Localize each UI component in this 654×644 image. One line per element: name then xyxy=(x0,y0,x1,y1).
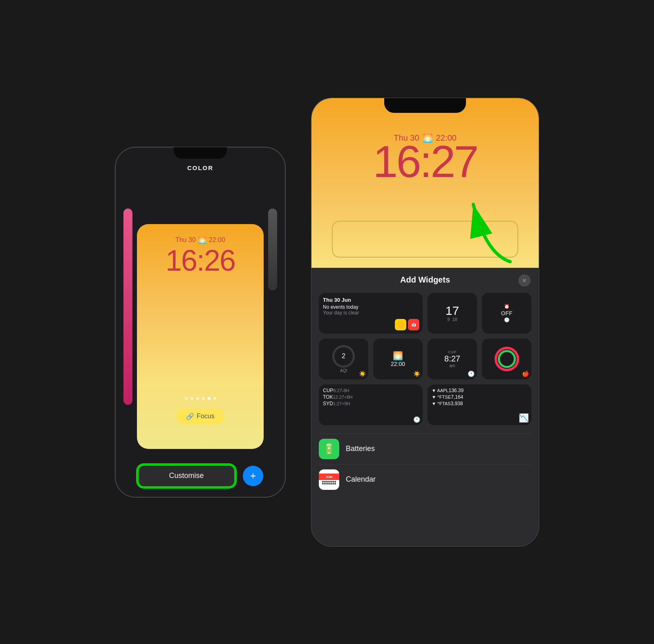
app-item-batteries[interactable]: 🔋 Batteries xyxy=(319,433,531,464)
wallpaper-card[interactable]: Thu 30 🌅 22:00 16:26 🔗 Focus xyxy=(137,224,264,449)
sunset-time: 22:00 xyxy=(391,361,405,367)
panel-close-button[interactable]: ✕ xyxy=(518,274,531,287)
panel-header: Add Widgets ✕ xyxy=(311,268,539,289)
notch-left xyxy=(174,147,227,159)
widget-grid: Thu 30 Jun No events today Your day is c… xyxy=(311,289,539,429)
calendar-date: Thu 30 Jun xyxy=(323,297,351,303)
weather-icon: ☀️ xyxy=(395,319,406,330)
wallpaper-container: Thu 30 🌅 22:00 16:26 🔗 Focus xyxy=(115,176,285,497)
notch-right xyxy=(384,98,466,113)
calendar-clear: Your day is clear xyxy=(323,310,359,316)
stocks-clock-icon: 🕐 xyxy=(413,416,420,423)
cup-clock-icon: 🕐 xyxy=(468,370,475,377)
panel-title: Add Widgets xyxy=(400,275,450,285)
stock-row-tok: TOK 12:27 +8H xyxy=(323,394,352,400)
focus-button[interactable]: 🔗 Focus xyxy=(176,408,224,424)
stock-ftse: ▼ ^FTSE 7,164 xyxy=(432,394,463,400)
sunset-icon: 🌅 xyxy=(393,351,403,361)
widget-aqi[interactable]: 2 AQI ☀️ xyxy=(319,339,368,379)
dot-6 xyxy=(213,397,216,400)
dot-2 xyxy=(190,397,193,400)
widget-activity[interactable]: 🍎 xyxy=(482,339,531,379)
focus-icon: 🔗 xyxy=(186,413,194,420)
widget-cup-time[interactable]: CUP 8:27 am 🕐 xyxy=(428,339,477,379)
stock-row-cup: CUP 8:27 -8H xyxy=(323,388,349,393)
clock-number: 17 xyxy=(446,305,459,317)
calendar-no-events: No events today xyxy=(323,304,358,310)
batteries-icon: 🔋 xyxy=(319,439,339,459)
side-button-right-left xyxy=(285,221,286,249)
off-text: ⏰ OFF 🕐 xyxy=(501,304,513,323)
color-label: COLOR xyxy=(187,164,213,171)
left-phone: COLOR Thu 30 🌅 22:00 16:26 🔗 Focus xyxy=(114,146,286,498)
aqi-weather-icon: ☀️ xyxy=(359,370,366,377)
stock-ftas: ▼ ^FTAS 3,938 xyxy=(432,401,463,406)
add-widgets-panel: Add Widgets ✕ Thu 30 Jun No events today… xyxy=(311,268,539,546)
dot-1 xyxy=(185,397,188,400)
aqi-ring: 2 xyxy=(332,345,355,368)
wallpaper-time: 16:26 xyxy=(166,246,235,275)
sunset-weather-icon: ☀️ xyxy=(413,370,420,377)
dot-3 xyxy=(196,397,199,400)
customise-button[interactable]: Customise xyxy=(137,464,235,487)
lock-time-right: 16:27 xyxy=(373,139,477,184)
widget-stocks-right[interactable]: ▼ AAPL 136.39 ▼ ^FTSE 7,164 ▼ ^FTAS 3,93… xyxy=(428,384,531,425)
side-btn-r xyxy=(539,188,540,225)
wallpaper-date: Thu 30 🌅 22:00 xyxy=(175,236,225,244)
widget-clock[interactable]: 17 9 18 xyxy=(428,293,477,334)
app-item-calendar[interactable]: JUN Calendar xyxy=(319,464,531,495)
app-list: 🔋 Batteries JUN Calendar xyxy=(311,429,539,499)
activity-ring-mid xyxy=(498,350,516,368)
calendar-label: Calendar xyxy=(346,475,376,484)
activity-rings xyxy=(495,347,519,371)
gray-bar xyxy=(268,209,277,290)
stock-row-syd: SYD 1:27 +9H xyxy=(323,401,350,406)
widget-placeholder[interactable] xyxy=(332,221,518,258)
activity-apple-icon: 🍎 xyxy=(522,370,529,377)
stock-chart-icon: 📉 xyxy=(519,413,529,423)
calendar-icon: 📅 xyxy=(408,319,419,330)
widget-calendar[interactable]: Thu 30 Jun No events today Your day is c… xyxy=(319,293,423,334)
right-phone: Thu 30 🌅 22:00 16:27 Add Widgets ✕ xyxy=(311,97,540,547)
plus-button[interactable]: + xyxy=(243,466,263,486)
pagination-dots xyxy=(185,397,216,400)
pink-bar xyxy=(123,209,132,405)
sunrise-icon: 🌅 xyxy=(198,236,206,244)
widget-sunset[interactable]: 🌅 22:00 ☀️ xyxy=(373,339,423,379)
batteries-label: Batteries xyxy=(346,444,375,453)
dot-5-active xyxy=(208,397,211,400)
bottom-bar: Customise + xyxy=(115,464,285,487)
widget-off[interactable]: ⏰ OFF 🕐 xyxy=(482,293,531,334)
stock-aapl: ▼ AAPL 136.39 xyxy=(432,388,464,393)
calendar-app-icon: JUN xyxy=(319,469,339,490)
dot-4 xyxy=(202,397,205,400)
widget-stocks-left[interactable]: CUP 8:27 -8H TOK 12:27 +8H SYD 1:27 +9H … xyxy=(319,384,423,425)
focus-label: Focus xyxy=(197,413,215,420)
